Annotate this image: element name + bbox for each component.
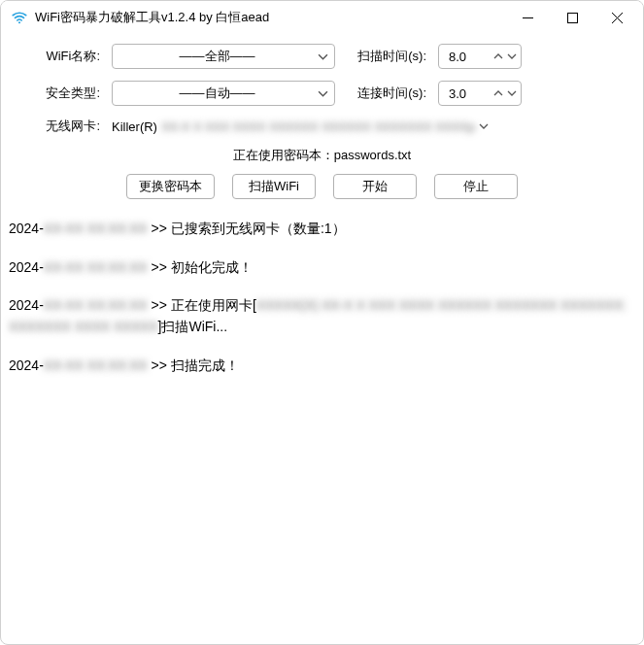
- password-file-line: 正在使用密码本：passwords.txt: [40, 147, 604, 164]
- security-label: 安全类型:: [40, 85, 100, 102]
- close-button[interactable]: [594, 3, 639, 32]
- maximize-button[interactable]: [550, 3, 594, 32]
- password-file-name: passwords.txt: [334, 148, 411, 162]
- scan-time-value: 8.0: [449, 50, 493, 64]
- button-row: 更换密码本 扫描WiFi 开始 停止: [40, 174, 604, 199]
- connect-time-value: 3.0: [449, 86, 493, 101]
- log-entry: 2024-XX-XX XX:XX:XX >> 初始化完成！: [9, 257, 635, 279]
- adapter-prefix: Killer(R): [112, 119, 157, 134]
- adapter-label: 无线网卡:: [40, 118, 100, 135]
- window-controls: [505, 3, 639, 32]
- adapter-select[interactable]: Killer(R) XX-X X XXX XXXX XXXXXX XXXXXX …: [112, 119, 604, 134]
- log-entry: 2024-XX-XX XX:XX:XX >> 扫描完成！: [9, 356, 635, 377]
- form-area: WiFi名称: ——全部—— 扫描时间(s): 8.0 安全类型: ——自动——…: [1, 34, 643, 215]
- wifi-name-label: WiFi名称:: [40, 48, 100, 65]
- connect-time-spinner[interactable]: 3.0: [438, 81, 522, 106]
- change-password-button[interactable]: 更换密码本: [126, 174, 215, 199]
- chevron-down-icon: [507, 88, 517, 98]
- security-select[interactable]: ——自动——: [112, 81, 335, 106]
- minimize-button[interactable]: [505, 3, 550, 32]
- scan-time-spinner[interactable]: 8.0: [438, 44, 522, 69]
- svg-rect-2: [567, 13, 577, 22]
- svg-point-0: [18, 21, 20, 23]
- window-title: WiFi密码暴力破解工具v1.2.4 by 白恒aead: [35, 9, 505, 26]
- connect-time-label: 连接时间(s):: [351, 85, 426, 102]
- adapter-blurred: XX-X X XXX XXXX XXXXXX XXXXXX XXXXXXX XX…: [161, 119, 475, 134]
- security-value: ——自动——: [122, 85, 312, 102]
- start-button[interactable]: 开始: [333, 174, 417, 199]
- wifi-name-select[interactable]: ——全部——: [112, 44, 335, 69]
- chevron-down-icon: [318, 88, 328, 99]
- log-entry: 2024-XX-XX XX:XX:XX >> 已搜索到无线网卡（数量:1）: [9, 219, 635, 240]
- log-entry: 2024-XX-XX XX:XX:XX >> 正在使用网卡[XXXXX(X) X…: [9, 295, 635, 337]
- chevron-down-icon: [318, 51, 328, 62]
- chevron-down-icon: [479, 119, 489, 134]
- scan-time-label: 扫描时间(s):: [351, 48, 426, 65]
- chevron-down-icon: [507, 51, 517, 61]
- log-area: 2024-XX-XX XX:XX:XX >> 已搜索到无线网卡（数量:1） 20…: [1, 215, 643, 393]
- chevron-up-icon: [493, 88, 503, 98]
- chevron-up-icon: [493, 51, 503, 61]
- wifi-icon: [11, 9, 28, 26]
- wifi-name-value: ——全部——: [122, 48, 312, 65]
- titlebar: WiFi密码暴力破解工具v1.2.4 by 白恒aead: [1, 1, 643, 34]
- scan-wifi-button[interactable]: 扫描WiFi: [232, 174, 316, 199]
- stop-button[interactable]: 停止: [434, 174, 518, 199]
- app-window: WiFi密码暴力破解工具v1.2.4 by 白恒aead WiFi名称: ——全…: [0, 0, 644, 645]
